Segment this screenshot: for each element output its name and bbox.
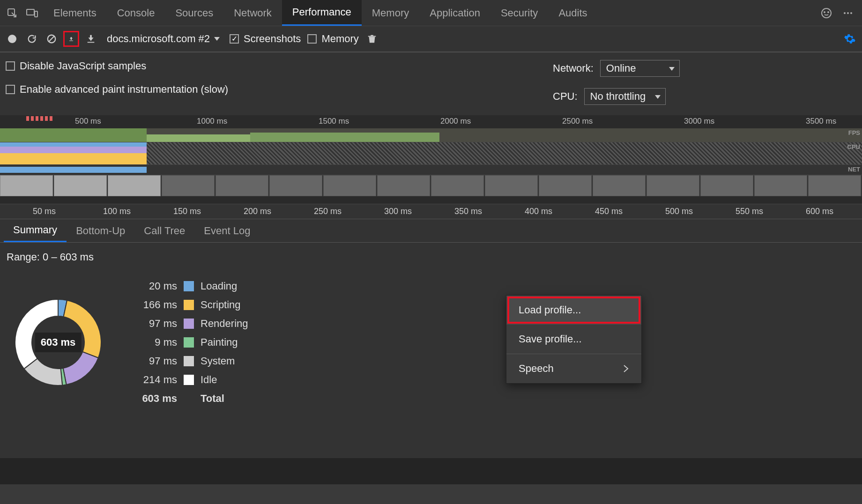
detail-ruler-tick: 150 ms xyxy=(173,207,201,216)
detail-ruler-tick: 500 ms xyxy=(665,207,693,216)
legend-row: 166 msScripting xyxy=(135,299,248,311)
inspect-icon[interactable] xyxy=(6,7,19,20)
reload-button[interactable] xyxy=(25,32,38,45)
screenshots-checkbox[interactable]: Screenshots xyxy=(230,33,301,45)
summary-donut-chart: 603 ms xyxy=(11,296,105,389)
svg-rect-2 xyxy=(35,11,37,17)
svg-point-4 xyxy=(824,12,825,13)
detail-tab-event-log[interactable]: Event Log xyxy=(194,219,260,242)
svg-rect-13 xyxy=(88,42,95,43)
svg-point-8 xyxy=(850,12,852,14)
settings-gear-icon[interactable] xyxy=(843,32,856,45)
screenshot-thumb[interactable] xyxy=(108,175,161,196)
detail-ruler-tick: 200 ms xyxy=(244,207,271,216)
screenshot-thumb[interactable] xyxy=(54,175,107,196)
context-speech[interactable]: Speech xyxy=(506,354,641,383)
detail-tab-bottom-up[interactable]: Bottom-Up xyxy=(67,219,134,242)
network-label: Network: xyxy=(553,62,594,74)
recording-name: docs.microsoft.com #2 xyxy=(107,33,210,45)
tab-memory[interactable]: Memory xyxy=(362,0,419,26)
load-profile-button[interactable] xyxy=(65,32,78,45)
ruler-top-tick: 3000 ms xyxy=(684,117,714,126)
capture-settings: Disable JavaScript samples Enable advanc… xyxy=(0,52,862,115)
more-icon[interactable] xyxy=(841,7,855,20)
detail-ruler-tick: 50 ms xyxy=(33,207,56,216)
svg-point-5 xyxy=(828,12,829,13)
memory-label: Memory xyxy=(321,33,358,45)
screenshot-thumb[interactable] xyxy=(323,175,376,196)
detail-ruler-tick: 250 ms xyxy=(314,207,342,216)
timeline-overview[interactable]: 500 ms1000 ms1500 ms2000 ms2500 ms3000 m… xyxy=(0,115,862,204)
svg-point-9 xyxy=(8,35,16,43)
legend-row: 97 msRendering xyxy=(135,318,248,330)
tab-sources[interactable]: Sources xyxy=(165,0,223,26)
detail-ruler: 50 ms100 ms150 ms200 ms250 ms300 ms350 m… xyxy=(0,204,862,219)
tab-console[interactable]: Console xyxy=(107,0,165,26)
context-load-profile[interactable]: Load profile... xyxy=(506,296,641,325)
detail-ruler-tick: 600 ms xyxy=(806,207,833,216)
ruler-top-tick: 3500 ms xyxy=(806,117,836,126)
detail-ruler-tick: 300 ms xyxy=(384,207,412,216)
legend-row: 20 msLoading xyxy=(135,280,248,292)
device-toggle-icon[interactable] xyxy=(25,7,38,20)
recording-selector[interactable]: docs.microsoft.com #2 xyxy=(104,33,223,45)
svg-point-6 xyxy=(844,12,846,14)
screenshot-thumb[interactable] xyxy=(700,175,753,196)
tab-application[interactable]: Application xyxy=(419,0,490,26)
clear-button[interactable] xyxy=(45,32,58,45)
screenshot-thumb[interactable] xyxy=(377,175,430,196)
screenshot-thumb[interactable] xyxy=(269,175,322,196)
screenshot-thumb[interactable] xyxy=(162,175,215,196)
network-select[interactable]: Online xyxy=(600,60,680,77)
chevron-right-icon xyxy=(623,364,629,373)
advanced-paint-checkbox[interactable]: Enable advanced paint instrumentation (s… xyxy=(6,83,431,96)
ruler-top-tick: 1500 ms xyxy=(319,117,349,126)
tab-audits[interactable]: Audits xyxy=(548,0,597,26)
screenshot-thumb[interactable] xyxy=(646,175,699,196)
detail-ruler-tick: 100 ms xyxy=(103,207,131,216)
fps-track: FPS xyxy=(0,128,862,142)
status-bar xyxy=(0,484,862,504)
svg-line-11 xyxy=(49,37,54,42)
tab-performance[interactable]: Performance xyxy=(282,0,362,26)
context-save-profile[interactable]: Save profile... xyxy=(506,325,641,354)
screenshot-thumb[interactable] xyxy=(0,175,53,196)
donut-total: 603 ms xyxy=(35,333,82,352)
summary-range: Range: 0 – 603 ms xyxy=(7,251,855,263)
cpu-label: CPU xyxy=(847,143,860,150)
screenshot-thumb[interactable] xyxy=(754,175,807,196)
net-track: NET xyxy=(0,165,862,175)
detail-ruler-tick: 450 ms xyxy=(595,207,623,216)
ruler-top-tick: 2500 ms xyxy=(562,117,593,126)
long-task-markers xyxy=(26,116,52,121)
screenshot-thumb[interactable] xyxy=(431,175,484,196)
tab-security[interactable]: Security xyxy=(490,0,548,26)
garbage-collect-button[interactable] xyxy=(365,32,379,45)
screenshots-label: Screenshots xyxy=(244,33,301,45)
detail-tab-call-tree[interactable]: Call Tree xyxy=(134,219,194,242)
cpu-label: CPU: xyxy=(553,90,578,103)
summary-panel: Range: 0 – 603 ms 603 ms 20 msLoading166… xyxy=(0,243,862,458)
tab-elements[interactable]: Elements xyxy=(43,0,107,26)
tab-network[interactable]: Network xyxy=(223,0,282,26)
record-button[interactable] xyxy=(6,32,19,45)
memory-checkbox[interactable]: Memory xyxy=(307,33,358,45)
screenshot-thumb[interactable] xyxy=(593,175,646,196)
cpu-select[interactable]: No throttling xyxy=(584,88,666,105)
context-menu: Load profile... Save profile... Speech xyxy=(506,295,642,384)
screenshot-thumb[interactable] xyxy=(485,175,538,196)
svg-rect-12 xyxy=(69,41,73,41)
screenshot-thumb[interactable] xyxy=(216,175,268,196)
net-label: NET xyxy=(848,166,860,173)
disable-js-checkbox[interactable]: Disable JavaScript samples xyxy=(6,60,431,72)
detail-tab-summary[interactable]: Summary xyxy=(4,219,67,242)
cpu-track: CPU xyxy=(0,142,862,165)
screenshot-thumb[interactable] xyxy=(808,175,861,196)
performance-toolbar: docs.microsoft.com #2 Screenshots Memory xyxy=(0,26,862,52)
screenshot-filmstrip xyxy=(0,175,862,196)
timeline-ruler-top: 500 ms1000 ms1500 ms2000 ms2500 ms3000 m… xyxy=(0,115,862,128)
feedback-icon[interactable] xyxy=(820,7,833,20)
svg-point-3 xyxy=(822,8,831,18)
save-profile-button[interactable] xyxy=(84,32,97,45)
screenshot-thumb[interactable] xyxy=(539,175,592,196)
